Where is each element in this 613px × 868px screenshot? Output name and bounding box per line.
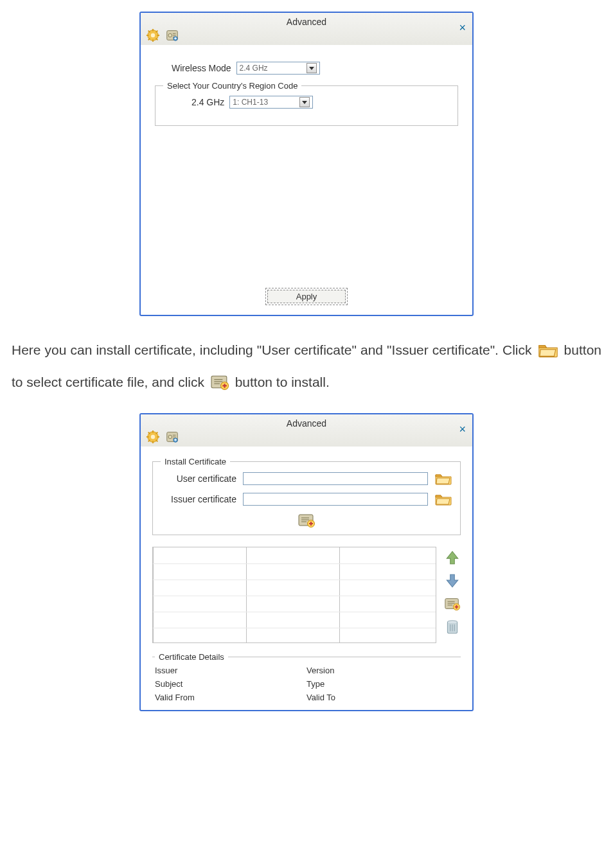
- titlebar: Advanced ×: [141, 13, 472, 45]
- detail-valid-to-label: Valid To: [306, 693, 458, 702]
- delete-certificate-button[interactable]: [444, 619, 461, 635]
- install-certificate-icon: [209, 374, 230, 391]
- para-text-3: button to install.: [235, 375, 330, 389]
- region-code-legend: Select Your Country's Region Code: [163, 81, 301, 91]
- folder-icon: [537, 342, 559, 359]
- certificate-tab-icon[interactable]: [165, 430, 179, 444]
- install-certificate-button[interactable]: [298, 513, 315, 528]
- close-icon[interactable]: ×: [459, 423, 466, 435]
- wireless-mode-label: Wireless Mode: [172, 63, 231, 73]
- issuer-certificate-label: Issuer certificate: [161, 494, 236, 504]
- detail-subject-label: Subject: [155, 679, 306, 689]
- apply-button[interactable]: Apply: [267, 290, 346, 303]
- advanced-dialog-wireless: Advanced × Wireless Mode 2.4 GHz Select …: [139, 12, 474, 316]
- move-up-button[interactable]: [444, 549, 461, 566]
- region-24-select[interactable]: 1: CH1-13: [229, 96, 313, 109]
- certificate-details-group: Certificate Details Issuer Subject Valid…: [152, 652, 461, 702]
- user-certificate-field[interactable]: [243, 472, 428, 485]
- para-text-1: Here you can install certificate, includ…: [12, 342, 536, 357]
- gear-icon[interactable]: [146, 28, 160, 42]
- dialog-title: Advanced: [287, 17, 326, 27]
- certificate-list[interactable]: [152, 547, 436, 643]
- close-icon[interactable]: ×: [459, 22, 466, 33]
- detail-type-label: Type: [306, 679, 458, 689]
- chevron-down-icon[interactable]: [299, 97, 310, 107]
- certificate-tab-icon[interactable]: [165, 28, 179, 42]
- user-certificate-label: User certificate: [161, 474, 236, 484]
- region-24-label: 2.4 GHz: [191, 97, 224, 107]
- wireless-mode-select[interactable]: 2.4 GHz: [236, 62, 320, 75]
- install-certificate-group: Install Certificate User certificate Iss…: [152, 457, 461, 535]
- detail-valid-from-label: Valid From: [155, 693, 306, 702]
- certificate-details-legend: Certificate Details: [155, 652, 228, 662]
- region-24-value: 1: CH1-13: [233, 98, 297, 107]
- detail-issuer-label: Issuer: [155, 666, 306, 675]
- advanced-dialog-certificate: Advanced × Install Certificate User cert…: [139, 413, 474, 711]
- install-certificate-legend: Install Certificate: [161, 457, 230, 466]
- detail-version-label: Version: [306, 666, 458, 675]
- issuer-certificate-field[interactable]: [243, 493, 428, 506]
- chevron-down-icon[interactable]: [306, 63, 317, 73]
- dialog-title: Advanced: [287, 418, 326, 429]
- add-certificate-button[interactable]: [444, 596, 461, 612]
- browse-user-certificate-button[interactable]: [434, 472, 452, 486]
- move-down-button[interactable]: [444, 572, 461, 589]
- browse-issuer-certificate-button[interactable]: [434, 492, 452, 506]
- titlebar: Advanced ×: [141, 414, 472, 447]
- wireless-mode-value: 2.4 GHz: [240, 64, 304, 73]
- gear-icon[interactable]: [146, 430, 160, 444]
- instruction-paragraph: Here you can install certificate, includ…: [12, 334, 601, 399]
- region-code-group: Select Your Country's Region Code 2.4 GH…: [155, 81, 458, 126]
